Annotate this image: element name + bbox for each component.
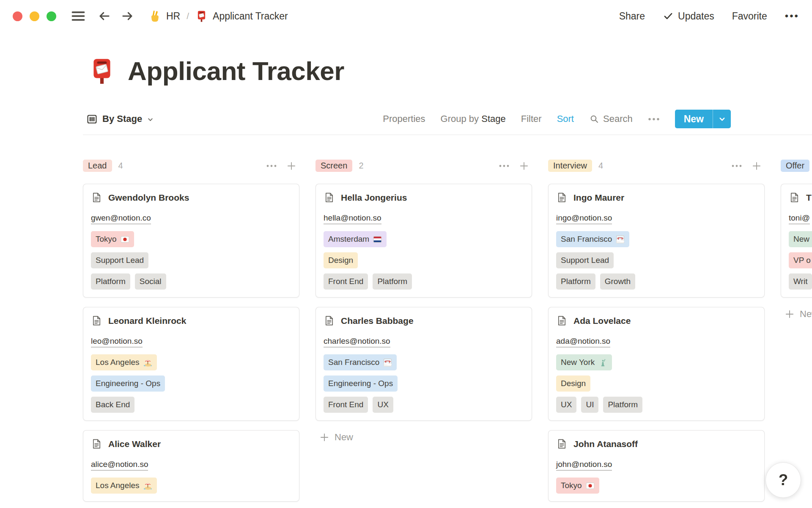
close-window-button[interactable]	[13, 11, 22, 21]
tag-los-angeles: Los Angeles	[91, 478, 157, 494]
view-switcher[interactable]: By Stage	[86, 113, 154, 125]
topbar-more-button[interactable]: •••	[785, 10, 799, 22]
filter-button[interactable]: Filter	[521, 113, 542, 124]
back-button[interactable]	[97, 8, 112, 24]
tag-row: New	[789, 231, 812, 247]
check-icon	[663, 11, 674, 22]
tag-label: Platform	[561, 275, 591, 288]
new-button[interactable]: New	[675, 110, 713, 128]
breadcrumb-workspace[interactable]: HR	[148, 10, 180, 22]
doc-icon	[556, 438, 568, 450]
plus-icon	[286, 160, 297, 171]
sidebar-toggle-button[interactable]	[71, 10, 86, 22]
column-header: Interview4	[548, 159, 765, 173]
sort-button[interactable]: Sort	[557, 113, 574, 124]
tag-label: Tokyo	[561, 479, 582, 492]
applicant-card[interactable]: Hella Jongeriushella@notion.soAmsterdamD…	[315, 184, 532, 298]
page-content: Applicant Tracker By Stage Properties Gr…	[0, 56, 812, 508]
toolbar-more-button[interactable]	[648, 117, 660, 121]
column-more-button[interactable]	[499, 164, 510, 168]
card-email-link[interactable]: ingo@notion.so	[556, 213, 612, 224]
group-by-value: Stage	[481, 113, 506, 124]
tag-label: VP o	[793, 254, 811, 267]
card-email-link[interactable]: leo@notion.so	[91, 337, 143, 348]
applicant-card[interactable]: Alice Walkeralice@notion.soLos Angeles	[83, 430, 299, 502]
column-more-button[interactable]	[266, 164, 277, 168]
plus-icon	[784, 309, 795, 320]
card-email-link[interactable]: toni@	[789, 213, 810, 224]
updates-button[interactable]: Updates	[663, 11, 714, 22]
add-card-label: New	[800, 309, 812, 320]
help-button[interactable]: ?	[765, 462, 801, 498]
tag-label: Writ	[793, 275, 807, 288]
column-status-badge[interactable]: Interview	[548, 160, 592, 172]
breadcrumb-page[interactable]: Applicant Tracker	[195, 10, 288, 22]
search-button[interactable]: Search	[589, 113, 633, 124]
card-title-row: Alice Walker	[91, 438, 291, 450]
add-card-button[interactable]: New	[315, 430, 357, 444]
tag-growth: Growth	[600, 273, 635, 290]
forward-button[interactable]	[120, 8, 135, 24]
share-button[interactable]: Share	[619, 11, 645, 22]
share-label: Share	[619, 11, 645, 22]
column-tools	[499, 160, 529, 171]
new-dropdown-button[interactable]	[713, 110, 731, 128]
more-dots-icon	[648, 117, 660, 121]
tag-platform: Platform	[556, 273, 595, 290]
zoom-window-button[interactable]	[47, 11, 56, 21]
doc-icon	[91, 192, 102, 203]
victory-hand-icon	[148, 10, 161, 22]
page-title[interactable]: Applicant Tracker	[128, 56, 344, 86]
minimize-window-button[interactable]	[30, 11, 39, 21]
doc-icon	[556, 315, 568, 326]
card-email-link[interactable]: gwen@notion.co	[91, 213, 151, 224]
column-tools	[731, 160, 762, 171]
properties-button[interactable]: Properties	[383, 113, 425, 124]
tag-label: Front End	[328, 275, 363, 288]
column-add-button[interactable]	[751, 160, 762, 171]
applicant-card[interactable]: Ada Lovelaceada@notion.soNew YorkDesignU…	[548, 307, 765, 421]
column-add-button[interactable]	[518, 160, 529, 171]
tag-row: Writ	[789, 273, 812, 290]
postbox-icon	[195, 10, 208, 22]
applicant-card[interactable]: Charles Babbagecharles@notion.soSan Fran…	[315, 307, 532, 421]
applicant-card[interactable]: Gwendolyn Brooksgwen@notion.coTokyoSuppo…	[83, 184, 299, 298]
tag-row: Los Angeles	[91, 354, 291, 370]
applicant-card[interactable]: John Atanasoffjohn@notion.soTokyo	[548, 430, 765, 502]
applicant-card[interactable]: Leonard Kleinrockleo@notion.soLos Angele…	[83, 307, 299, 421]
card-email-link[interactable]: alice@notion.so	[91, 460, 148, 471]
tag-support-lead: Support Lead	[556, 252, 614, 268]
applicant-card[interactable]: Ingo Maureringo@notion.soSan FranciscoSu…	[548, 184, 765, 298]
tag-label: Los Angeles	[96, 479, 140, 492]
tag-row: Engineering - Ops	[91, 375, 291, 392]
column-tools	[266, 160, 297, 171]
tag-design: Design	[556, 375, 590, 392]
view-name-label: By Stage	[102, 113, 142, 124]
column-add-button[interactable]	[286, 160, 297, 171]
card-email-link[interactable]: hella@notion.so	[324, 213, 381, 224]
board-column-screen: Screen2Hella Jongeriushella@notion.soAms…	[315, 159, 532, 444]
applicant-card[interactable]: Ttoni@NewVP oWrit	[781, 184, 812, 298]
card-email-link[interactable]: john@notion.so	[556, 460, 612, 471]
doc-icon	[324, 192, 335, 203]
postbox-icon-large[interactable]	[88, 57, 116, 85]
tag-vp-o: VP o	[789, 252, 812, 268]
breadcrumb-separator: /	[187, 11, 189, 21]
column-more-button[interactable]	[731, 164, 742, 168]
card-title-label: Gwendolyn Brooks	[108, 193, 189, 203]
card-email-link[interactable]: ada@notion.so	[556, 337, 610, 348]
card-title-row: T	[789, 192, 812, 203]
board: Lead4Gwendolyn Brooksgwen@notion.coTokyo…	[83, 159, 812, 508]
tag-label: Amsterdam	[328, 233, 369, 246]
tag-back-end: Back End	[91, 397, 134, 413]
card-email-link[interactable]: charles@notion.so	[324, 337, 390, 348]
column-status-badge[interactable]: Screen	[315, 160, 352, 172]
tag-row: Support Lead	[556, 252, 757, 268]
column-status-badge[interactable]: Offer	[781, 160, 809, 172]
card-title-label: Hella Jongerius	[341, 193, 407, 203]
beach-icon	[143, 481, 152, 490]
favorite-button[interactable]: Favorite	[732, 11, 767, 22]
add-card-button[interactable]: New	[781, 307, 812, 321]
column-status-badge[interactable]: Lead	[83, 160, 112, 172]
group-by-button[interactable]: Group by Stage	[441, 113, 506, 124]
